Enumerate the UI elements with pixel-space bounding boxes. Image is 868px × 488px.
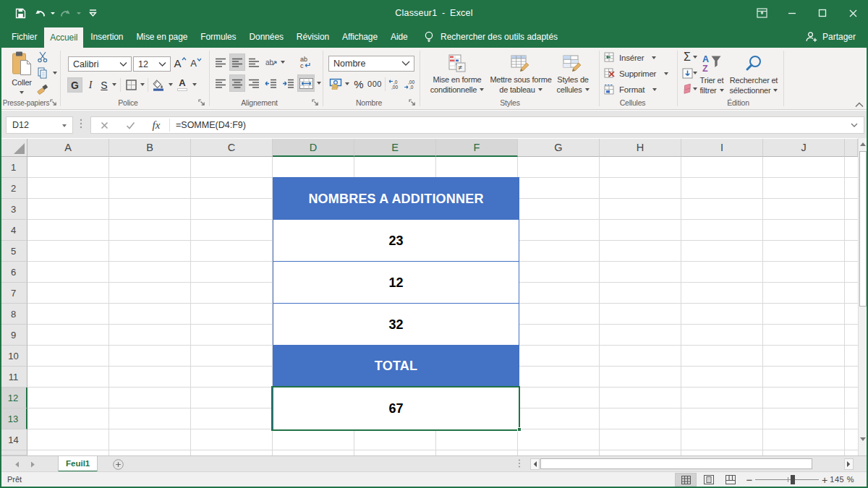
conditional-formatting-button[interactable]: ≠ Mise en formeconditionnelle: [427, 50, 488, 98]
vscroll-thumb[interactable]: [859, 151, 867, 307]
align-middle-button[interactable]: [229, 53, 245, 71]
column-header-G[interactable]: G: [518, 139, 600, 157]
paste-button[interactable]: Coller: [6, 50, 38, 95]
column-header-C[interactable]: C: [191, 139, 273, 157]
align-right-button[interactable]: [247, 76, 261, 90]
increase-decimal-button[interactable]: ,0,00: [387, 77, 401, 91]
orientation-dropdown[interactable]: [278, 59, 286, 66]
column-header-E[interactable]: E: [354, 139, 436, 157]
clipboard-dialog-launcher[interactable]: [50, 99, 57, 106]
column-header-F[interactable]: F: [436, 139, 518, 157]
underline-dropdown[interactable]: [110, 81, 118, 88]
format-cells-button[interactable]: Format: [604, 82, 671, 97]
format-painter-button[interactable]: [35, 82, 51, 95]
align-center-button[interactable]: [229, 74, 245, 92]
cell-value-1[interactable]: 23: [273, 219, 519, 262]
ribbon-tab-formules[interactable]: Formules: [195, 26, 242, 48]
fill-color-dropdown[interactable]: [166, 81, 174, 88]
decrease-indent-button[interactable]: [263, 76, 278, 90]
fill-handle[interactable]: [517, 427, 522, 432]
borders-button[interactable]: [124, 77, 138, 93]
accounting-format-button[interactable]: [328, 77, 343, 91]
wrap-text-button[interactable]: abc: [297, 53, 315, 71]
ribbon-tab-affichage[interactable]: Affichage: [336, 26, 383, 48]
row-header-9[interactable]: 9: [0, 325, 27, 346]
ribbon-tab-aide[interactable]: Aide: [385, 26, 414, 48]
borders-dropdown[interactable]: [138, 81, 146, 88]
column-header-I[interactable]: I: [681, 139, 763, 157]
expand-formula-bar-button[interactable]: [851, 123, 858, 128]
sheet-tab-feuil1[interactable]: Feuil1: [58, 456, 98, 472]
cancel-button[interactable]: [91, 121, 117, 129]
zoom-in-button[interactable]: +: [820, 474, 829, 486]
copy-dropdown[interactable]: [51, 69, 59, 77]
row-header-7[interactable]: 7: [0, 283, 27, 304]
name-box[interactable]: D12: [6, 116, 73, 134]
row-header-3[interactable]: 3: [0, 199, 27, 220]
share-button[interactable]: Partager: [806, 26, 856, 48]
tell-me-search[interactable]: Rechercher des outils adaptés: [424, 26, 558, 48]
row-header-8[interactable]: 8: [0, 304, 27, 325]
column-header-J[interactable]: J: [763, 139, 845, 157]
grid-canvas[interactable]: NOMBRES A ADDITIONNER231232TOTAL67: [27, 157, 858, 455]
hscroll-right-arrow[interactable]: [844, 458, 854, 470]
row-header-6[interactable]: 6: [0, 262, 27, 283]
copy-button[interactable]: [35, 67, 51, 80]
cell-value-3[interactable]: 32: [273, 303, 519, 346]
sheet-nav-left[interactable]: [12, 459, 22, 469]
row-header-2[interactable]: 2: [0, 178, 27, 199]
format-as-table-button[interactable]: Mettre sous formede tableau: [489, 50, 553, 98]
ribbon-tab-révision[interactable]: Révision: [291, 26, 335, 48]
tabbar-grip[interactable]: [516, 458, 522, 470]
merge-center-button[interactable]: [297, 74, 315, 92]
zoom-slider-track[interactable]: [755, 479, 819, 480]
font-name-combo[interactable]: Calibri: [68, 56, 132, 72]
cell-styles-button[interactable]: Styles decellules: [554, 50, 592, 98]
increase-indent-button[interactable]: [280, 76, 296, 90]
cell-value-2[interactable]: 12: [273, 261, 519, 304]
ribbon-tab-fichier[interactable]: Fichier: [6, 26, 43, 48]
align-top-button[interactable]: [213, 55, 228, 69]
row-header-12[interactable]: 12: [0, 388, 27, 408]
row-header-partial[interactable]: [0, 450, 27, 455]
column-header-H[interactable]: H: [600, 139, 681, 157]
number-format-combo[interactable]: Nombre: [328, 56, 414, 72]
decrease-decimal-button[interactable]: ,00,0: [402, 77, 417, 91]
ribbon-tab-insertion[interactable]: Insertion: [85, 26, 129, 48]
cell-title[interactable]: NOMBRES A ADDITIONNER: [273, 178, 519, 220]
row-header-14[interactable]: 14: [0, 429, 27, 450]
row-header-10[interactable]: 10: [0, 346, 27, 367]
font-color-dropdown[interactable]: [190, 81, 198, 88]
vertical-scrollbar[interactable]: [858, 138, 867, 455]
formula-input[interactable]: =SOMME(D4:F9): [170, 120, 246, 130]
font-color-button[interactable]: A: [175, 77, 190, 93]
accounting-dropdown[interactable]: [343, 80, 351, 87]
fill-color-button[interactable]: [151, 77, 166, 93]
enter-button[interactable]: [117, 121, 143, 129]
column-header-partial[interactable]: [845, 139, 858, 157]
italic-button[interactable]: I: [84, 77, 97, 93]
ribbon-tab-accueil[interactable]: Accueil: [44, 27, 83, 48]
view-page-break-button[interactable]: [723, 473, 739, 487]
column-header-B[interactable]: B: [109, 139, 191, 157]
alignment-dialog-launcher[interactable]: [312, 99, 319, 106]
zoom-percentage[interactable]: 145 %: [830, 472, 854, 487]
align-left-button[interactable]: [213, 76, 228, 90]
maximize-button[interactable]: [807, 0, 838, 26]
zoom-out-button[interactable]: −: [744, 474, 755, 486]
ribbon-display-options-button[interactable]: [746, 0, 777, 26]
row-header-11[interactable]: 11: [0, 367, 27, 388]
row-header-13[interactable]: 13: [0, 408, 27, 429]
number-dialog-launcher[interactable]: [409, 99, 416, 106]
column-header-A[interactable]: A: [27, 139, 109, 157]
row-header-4[interactable]: 4: [0, 220, 27, 241]
close-button[interactable]: [838, 0, 868, 26]
insert-cells-button[interactable]: Insérer: [604, 51, 671, 65]
align-bottom-button[interactable]: [247, 55, 261, 69]
sort-filter-button[interactable]: A Z Trier etfiltrer: [697, 50, 726, 98]
comma-style-button[interactable]: 000: [366, 77, 383, 91]
orientation-button[interactable]: ab: [264, 55, 278, 69]
view-page-layout-button[interactable]: [701, 473, 717, 487]
grow-font-button[interactable]: A: [174, 55, 187, 71]
name-box-grip[interactable]: [80, 118, 84, 132]
